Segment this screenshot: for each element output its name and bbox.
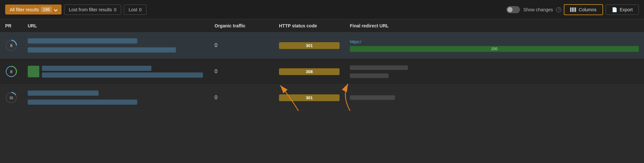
- svg-text:35: 35: [9, 96, 13, 100]
- lost-filter-label: Lost from filter results: [69, 7, 112, 12]
- redirect-blur-block: [350, 95, 395, 100]
- url-blur-block: [28, 100, 137, 105]
- organic-traffic-value: 0: [215, 43, 269, 48]
- pr-cell: 8: [0, 33, 23, 59]
- show-changes-label: Show changes: [523, 7, 553, 12]
- col-header-url[interactable]: URL: [23, 19, 209, 33]
- organic-traffic-value: 0: [215, 95, 269, 101]
- col-header-final-redirect[interactable]: Final redirect URL: [345, 19, 644, 33]
- col-header-pr[interactable]: PR: [0, 19, 23, 33]
- http-status-cell: 301: [274, 33, 345, 59]
- final-redirect-cell: [345, 59, 644, 85]
- url-cell: [23, 33, 209, 59]
- lost-filter-button[interactable]: Lost from filter results 0: [64, 5, 121, 15]
- show-changes-toggle[interactable]: [506, 6, 520, 13]
- all-filter-label: All filter results: [10, 7, 39, 12]
- all-filter-button[interactable]: All filter results 196: [5, 5, 62, 14]
- data-table-container: PR URL Organic traffic HTTP status code …: [0, 19, 644, 111]
- url-row: [28, 65, 204, 79]
- url-thumbnail: [28, 66, 39, 77]
- table-row: 350301: [0, 85, 644, 111]
- lost-label: Lost: [129, 7, 137, 12]
- url-blur-block: [28, 91, 99, 96]
- redirect-blur-block: [350, 73, 389, 78]
- url-blur-block: [42, 72, 203, 78]
- redirect-status-badge: 200: [350, 46, 639, 52]
- lost-button[interactable]: Lost 0: [124, 5, 146, 15]
- export-icon: 📄: [612, 7, 617, 12]
- redirect-blur-block: [350, 65, 408, 70]
- redirect-url-text[interactable]: https:/: [350, 39, 639, 44]
- table-row: 80301https:/200: [0, 33, 644, 59]
- export-button[interactable]: 📄 Export: [606, 5, 639, 15]
- http-status-badge: 308: [279, 68, 340, 75]
- pr-cell: 8: [0, 59, 23, 85]
- columns-icon: [570, 7, 576, 12]
- show-changes-group: Show changes ?: [506, 6, 561, 13]
- toolbar: All filter results 196 Lost from filter …: [0, 0, 644, 19]
- url-blur-block: [28, 38, 137, 43]
- columns-button[interactable]: Columns: [564, 4, 603, 15]
- data-table: PR URL Organic traffic HTTP status code …: [0, 19, 644, 111]
- table-header-row: PR URL Organic traffic HTTP status code …: [0, 19, 644, 33]
- organic-traffic-cell: 0: [209, 33, 274, 59]
- col-header-organic[interactable]: Organic traffic: [209, 19, 274, 33]
- table-row: 80308: [0, 59, 644, 85]
- http-status-cell: 308: [274, 59, 345, 85]
- final-redirect-cell: [345, 85, 644, 111]
- svg-text:8: 8: [10, 69, 12, 74]
- all-filter-count: 196: [41, 7, 52, 12]
- final-redirect-cell: https:/200: [345, 33, 644, 59]
- help-icon[interactable]: ?: [556, 7, 561, 12]
- pr-cell: 35: [0, 85, 23, 111]
- http-status-badge: 301: [279, 42, 340, 49]
- url-blur-block: [42, 66, 151, 71]
- export-label: Export: [620, 7, 633, 12]
- svg-text:8: 8: [10, 43, 12, 48]
- columns-label: Columns: [579, 7, 596, 12]
- organic-traffic-cell: 0: [209, 85, 274, 111]
- organic-traffic-cell: 0: [209, 59, 274, 85]
- url-blur-block: [28, 47, 176, 53]
- lost-filter-count: 0: [114, 7, 117, 12]
- col-header-http-status[interactable]: HTTP status code: [274, 19, 345, 33]
- chevron-down-icon: [54, 8, 57, 11]
- lost-count: 0: [139, 7, 142, 12]
- url-cell: [23, 85, 209, 111]
- organic-traffic-value: 0: [215, 69, 269, 74]
- url-cell: [23, 59, 209, 85]
- http-status-cell: 301: [274, 85, 345, 111]
- http-status-badge: 301: [279, 94, 340, 101]
